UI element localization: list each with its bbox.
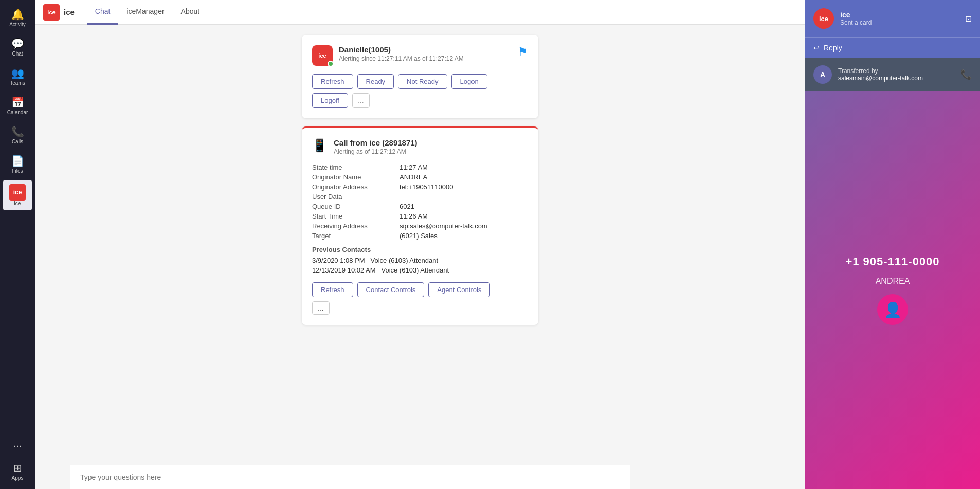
info-row-queue-id: Queue ID 6021 <box>312 203 528 210</box>
transfer-label: Transferred by <box>838 67 954 75</box>
sidebar-item-calls[interactable]: 📞 Calls <box>3 121 32 149</box>
sidebar-item-apps[interactable]: ⊞ Apps <box>3 458 32 485</box>
call-panel: +1 905-111-0000 ANDREA 👤 <box>805 91 980 489</box>
agent-alert-text: Alerting since 11:27:11 AM as of 11:27:1… <box>339 55 464 62</box>
info-row-target: Target (6021) Sales <box>312 232 528 240</box>
chat-input[interactable] <box>80 473 620 481</box>
call-info-card: 📱 Call from ice (2891871) Alerting as of… <box>302 126 538 325</box>
call-buttons: Refresh Contact Controls Agent Controls <box>312 282 528 297</box>
ready-button[interactable]: Ready <box>357 74 394 89</box>
previous-contacts-header: Previous Contacts <box>312 246 528 253</box>
sidebar-item-chat[interactable]: 💬 Chat <box>3 33 32 61</box>
reply-section[interactable]: ↩ Reply <box>805 37 980 58</box>
call-info-table: State time 11:27 AM Originator Name ANDR… <box>312 164 528 240</box>
teams-icon: 👥 <box>11 67 24 79</box>
call-caller-name: ANDREA <box>876 277 910 286</box>
chat-icon: 💬 <box>11 38 24 50</box>
caller-avatar-icon: 👤 <box>884 301 902 318</box>
sidebar-item-calendar[interactable]: 📅 Calendar <box>3 92 32 119</box>
transfer-email: salesmain@computer-talk.com <box>838 75 954 82</box>
notification-sender: ice <box>840 11 959 19</box>
more-button-1[interactable]: ... <box>352 93 370 108</box>
sidebar-more-button[interactable]: ··· <box>13 440 22 451</box>
contact-controls-button[interactable]: Contact Controls <box>357 282 425 297</box>
tab-icemanager[interactable]: iceManager <box>118 0 172 25</box>
sidebar: 🔔 Activity 💬 Chat 👥 Teams 📅 Calendar 📞 C… <box>0 0 35 489</box>
not-ready-button[interactable]: Not Ready <box>398 74 447 89</box>
call-buttons-row2: ... <box>312 301 528 315</box>
info-row-receiving-address: Receiving Address sip:sales@computer-tal… <box>312 222 528 230</box>
reply-label: Reply <box>824 44 842 52</box>
chat-input-container <box>70 465 630 489</box>
agent-controls-button[interactable]: Agent Controls <box>428 282 490 297</box>
more-button-2[interactable]: ... <box>312 301 330 315</box>
call-alert-text: Alerting as of 11:27:12 AM <box>334 148 418 155</box>
sidebar-item-ice[interactable]: ice ice <box>3 180 32 210</box>
phone-icon: 📱 <box>312 138 328 153</box>
agent-buttons: Refresh Ready Not Ready Logon <box>312 74 528 89</box>
call-title: Call from ice (2891871) <box>334 138 418 147</box>
agent-info: Danielle(1005) Alerting since 11:27:11 A… <box>339 45 464 62</box>
agent-avatar-container: ice <box>312 45 333 66</box>
tab-chat[interactable]: Chat <box>87 0 119 25</box>
flag-icon-container: ⚑ <box>518 45 528 59</box>
call-number: +1 905-111-0000 <box>845 255 939 268</box>
card-header: ice Danielle(1005) Alerting since 11:27:… <box>312 45 528 66</box>
ice-badge: ice <box>9 184 26 201</box>
sidebar-item-teams[interactable]: 👥 Teams <box>3 63 32 90</box>
prev-contact-1: 3/9/2020 1:08 PM Voice (6103) Attendant <box>312 257 528 264</box>
sidebar-item-activity[interactable]: 🔔 Activity <box>3 4 32 31</box>
activity-icon: 🔔 <box>11 8 24 21</box>
notification-card[interactable]: ice ice Sent a card ⊡ <box>805 0 980 37</box>
sidebar-item-files[interactable]: 📄 Files <box>3 151 32 178</box>
chat-area: ice Danielle(1005) Alerting since 11:27:… <box>35 25 805 489</box>
notification-sub: Sent a card <box>840 19 959 26</box>
right-panel: ice ice Sent a card ⊡ ↩ Reply A Transfer… <box>805 0 980 489</box>
online-indicator <box>328 61 334 67</box>
call-info: Call from ice (2891871) Alerting as of 1… <box>334 138 418 155</box>
agent-buttons-row2: Logoff ... <box>312 93 528 108</box>
refresh-button-2[interactable]: Refresh <box>312 282 353 297</box>
logon-button[interactable]: Logon <box>451 74 487 89</box>
reply-arrow-icon: ↩ <box>813 44 820 52</box>
transfer-phone-icon[interactable]: 📞 <box>960 69 972 80</box>
call-header: 📱 Call from ice (2891871) Alerting as of… <box>312 138 528 155</box>
info-row-state-time: State time 11:27 AM <box>312 164 528 171</box>
app-name: ice <box>64 8 75 16</box>
calendar-icon: 📅 <box>11 96 24 108</box>
apps-icon: ⊞ <box>13 462 22 474</box>
transfer-section: A Transferred by salesmain@computer-talk… <box>805 58 980 91</box>
prev-contact-2: 12/13/2019 10:02 AM Voice (6103) Attenda… <box>312 266 528 274</box>
agent-name: Danielle(1005) <box>339 45 464 54</box>
transfer-avatar: A <box>813 65 832 84</box>
info-row-originator-address: Originator Address tel:+19051110000 <box>312 183 528 191</box>
info-row-start-time: Start Time 11:26 AM <box>312 212 528 220</box>
refresh-button-1[interactable]: Refresh <box>312 74 353 89</box>
caller-avatar: 👤 <box>877 294 908 325</box>
notification-avatar: ice <box>813 8 834 29</box>
transfer-content: Transferred by salesmain@computer-talk.c… <box>838 67 954 82</box>
notification-content: ice Sent a card <box>840 11 959 26</box>
calls-icon: 📞 <box>11 125 24 138</box>
info-row-user-data: User Data <box>312 193 528 201</box>
top-navigation: ice ice Chat iceManager About <box>35 0 805 25</box>
logoff-button[interactable]: Logoff <box>312 93 348 108</box>
chat-main: ice Danielle(1005) Alerting since 11:27:… <box>35 25 805 489</box>
info-row-originator-name: Originator Name ANDREA <box>312 173 528 181</box>
main-area: ice ice Chat iceManager About ice Daniel… <box>35 0 805 489</box>
flag-icon: ⚑ <box>518 45 528 58</box>
app-logo: ice <box>43 4 60 21</box>
files-icon: 📄 <box>11 155 24 167</box>
expand-icon[interactable]: ⊡ <box>965 14 972 24</box>
tab-about[interactable]: About <box>173 0 208 25</box>
agent-status-card: ice Danielle(1005) Alerting since 11:27:… <box>302 35 538 118</box>
